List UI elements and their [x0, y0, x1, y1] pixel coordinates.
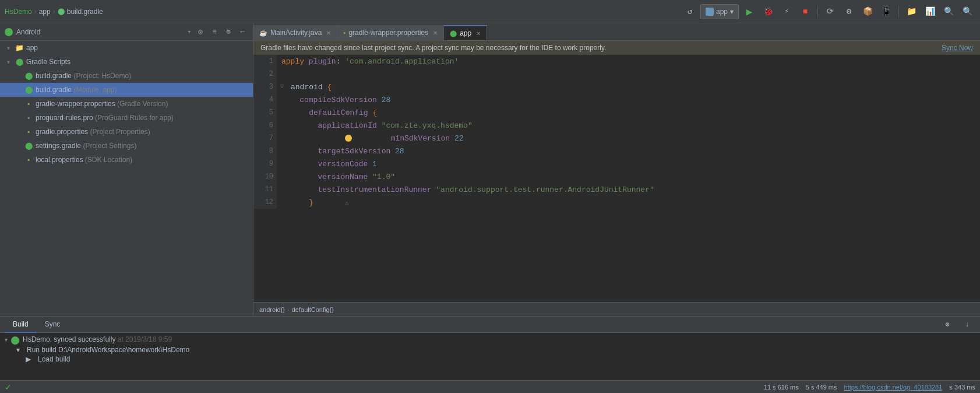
sidebar: Android ▾ ◎ ≡ ⚙ ← ▾ 📁 app ▾ ⬤ Gradle — [0, 23, 253, 316]
app-folder-label: app — [26, 44, 38, 52]
profile-button[interactable]: 📊 — [922, 3, 938, 20]
status-line-col: s 343 ms — [949, 384, 975, 391]
tab-gradle-wrapper[interactable]: ▪ gradle-wrapper.properties ✕ — [337, 25, 444, 40]
toolbar-divider2 — [898, 6, 899, 17]
app-selector[interactable]: app ▾ — [700, 4, 739, 19]
sidebar-header-title: Android — [16, 28, 184, 36]
code-content: 1 2 3 4 5 6 7 8 9 10 11 12 ap — [253, 55, 980, 209]
run-with-coverage-button[interactable]: ⚡ — [778, 3, 795, 20]
expand-arrow-sub1[interactable]: ▾ — [16, 346, 20, 354]
bottom-close-icon[interactable]: ↓ — [959, 317, 975, 333]
sidebar-item-gradle-wrapper[interactable]: ▪ gradle-wrapper.properties (Gradle Vers… — [0, 97, 253, 111]
run-button[interactable]: ▶ — [741, 3, 757, 20]
sdk-manager-button[interactable]: 📦 — [859, 3, 876, 20]
fold-marker-5: ▽ — [345, 110, 348, 117]
ln-6: 6 — [257, 119, 273, 132]
success-icon-1 — [11, 336, 19, 345]
sidebar-item-local-props[interactable]: ▪ local.properties (SDK Location) — [0, 153, 253, 167]
update-icon[interactable]: ↺ — [682, 3, 698, 20]
gradle-scripts-label: Gradle Scripts — [26, 58, 70, 66]
layout-inspector-button[interactable]: 🔍 — [940, 3, 957, 20]
tab-close-main-activity[interactable]: ✕ — [326, 30, 331, 36]
build-sub-1: ▾ Run build D:\AndroidWorkspace\homework… — [16, 346, 975, 354]
bottom-tab-icons: ⚙ ↓ — [939, 317, 975, 333]
tab-sync[interactable]: Sync — [37, 317, 69, 333]
sidebar-item-build-gradle-project[interactable]: ⬤ build.gradle (Project: HsDemo) — [0, 69, 253, 83]
sync-button[interactable]: ⟳ — [822, 3, 838, 20]
breadcrumb-part2: defaultConfig{} — [292, 306, 334, 313]
code-line-1: apply plugin : 'com.android.application' — [281, 55, 975, 68]
sidebar-item-gradle-props[interactable]: ▪ gradle.properties (Project Properties) — [0, 125, 253, 139]
project-label: HsDemo — [5, 8, 32, 16]
breadcrumb-sep-bar: › — [287, 306, 290, 313]
string-app: 'com.android.application' — [345, 57, 459, 66]
ln-9: 9 — [257, 157, 273, 170]
gradle-props-label: gradle.properties (Project Properties) — [36, 128, 150, 136]
tab-app[interactable]: ⬤ app ✕ — [444, 25, 487, 40]
locate-icon[interactable]: ◎ — [195, 26, 206, 38]
sidebar-item-app[interactable]: ▾ 📁 app — [0, 41, 253, 55]
search-button[interactable]: 🔍 — [959, 3, 975, 20]
sidebar-item-build-gradle-module[interactable]: ⬤ build.gradle (Module: app) — [0, 83, 253, 97]
ln-11: 11 — [257, 183, 273, 196]
dropdown-arrow-icon[interactable]: ▾ — [187, 28, 191, 36]
code-editor[interactable]: 1 2 3 4 5 6 7 8 9 10 11 12 ap — [253, 55, 980, 302]
gradle-wrapper-label: gradle-wrapper.properties (Gradle Versio… — [36, 100, 168, 108]
bottom-settings-icon[interactable]: ⚙ — [939, 317, 956, 333]
ln-4: 4 — [257, 93, 273, 106]
expand-arrow-gradle: ▾ — [7, 59, 14, 65]
sidebar-item-gradle-scripts[interactable]: ▾ ⬤ Gradle Scripts — [0, 55, 253, 69]
status-time1: 11 s 616 ms — [764, 384, 799, 391]
build-entry-1: ▾ HsDemo: synced successfully at 2019/3/… — [5, 335, 975, 345]
expand-arrow-app: ▾ — [7, 45, 14, 51]
code-line-2 — [281, 68, 975, 80]
gradle-tab-icon: ⬤ — [450, 30, 457, 37]
kw-plugin: plugin — [309, 57, 336, 66]
tab-main-activity[interactable]: ☕ MainActivity.java ✕ — [253, 25, 337, 40]
app-label: app — [39, 8, 51, 16]
code-line-12: △ } — [281, 196, 975, 209]
ln-2: 2 — [257, 68, 273, 80]
props-icon-2: ▪ — [23, 128, 34, 136]
code-line-9: versionCode 1 — [281, 157, 975, 170]
tab-build[interactable]: Build — [5, 317, 37, 333]
hide-icon[interactable]: ← — [237, 26, 248, 38]
tab-close-gradle-wrapper[interactable]: ✕ — [433, 30, 438, 36]
collapse-icon[interactable]: ≡ — [209, 26, 220, 38]
gradle-scripts-icon: ⬤ — [14, 58, 24, 66]
sidebar-header-icons: ◎ ≡ ⚙ ← — [195, 26, 248, 38]
code-line-3: ▽ android { — [281, 80, 975, 93]
debug-button[interactable]: 🐞 — [760, 3, 776, 20]
gradle-icon-2: ⬤ — [23, 86, 34, 94]
device-file-button[interactable]: 📁 — [903, 3, 919, 20]
expand-arrow-entry1[interactable]: ▾ — [5, 336, 8, 343]
ln-1: 1 — [257, 55, 273, 68]
sidebar-item-settings-gradle[interactable]: ⬤ settings.gradle (Project Settings) — [0, 139, 253, 153]
load-build-text: Load build — [38, 355, 70, 363]
folder-icon: 📁 — [14, 44, 24, 52]
props-icon-1: ▪ — [23, 100, 34, 108]
status-checkmark: ✓ — [5, 383, 12, 392]
tabs-bar: ☕ MainActivity.java ✕ ▪ gradle-wrapper.p… — [253, 23, 980, 41]
tab-close-app[interactable]: ✕ — [476, 30, 481, 37]
sync-now-link[interactable]: Sync Now — [942, 44, 973, 52]
avd-manager-button[interactable]: 📱 — [878, 3, 894, 20]
sidebar-tree: ▾ 📁 app ▾ ⬤ Gradle Scripts ⬤ build.gradl… — [0, 41, 253, 316]
expand-arrow-sub2[interactable]: ▶ — [26, 355, 31, 363]
code-line-4: compileSdkVersion 28 — [281, 93, 975, 106]
gear-icon[interactable]: ⚙ — [223, 26, 234, 38]
code-line-7: minSdkVersion 22 — [281, 132, 975, 145]
status-link[interactable]: https://blog.csdn.net/qq_40183281 — [844, 384, 943, 391]
sync-bar: Gradle files have changed since last pro… — [253, 41, 980, 55]
stop-button[interactable]: ■ — [797, 3, 813, 20]
file-label: ⬤ build.gradle — [58, 8, 103, 16]
sidebar-header: Android ▾ ◎ ≡ ⚙ ← — [0, 23, 253, 41]
code-line-8: targetSdkVersion 28 — [281, 145, 975, 157]
local-props-label: local.properties (SDK Location) — [36, 156, 132, 164]
fold-marker-3: ▽ — [280, 83, 284, 90]
android-icon — [5, 28, 13, 36]
code-lines: apply plugin : 'com.android.application'… — [277, 55, 980, 209]
gradle-icon-3: ⬤ — [23, 142, 34, 150]
settings-button[interactable]: ⚙ — [841, 3, 857, 20]
sidebar-item-proguard[interactable]: ▪ proguard-rules.pro (ProGuard Rules for… — [0, 111, 253, 125]
